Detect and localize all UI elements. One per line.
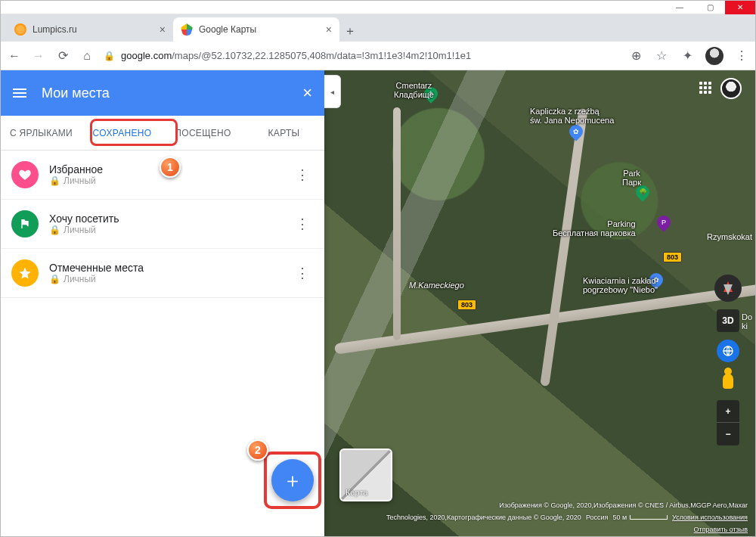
list-privacy: Личный [64,274,96,284]
lock-icon: 🔒 [49,274,60,284]
browser-window: — ▢ ✕ Lumpics.ru × Google Карты × ＋ ← → … [0,0,756,537]
nav-home-button[interactable]: ⌂ [79,48,94,64]
map-label-truncated: Do ki [742,312,752,331]
window-close-button[interactable]: ✕ [725,1,755,14]
favicon-icon [181,23,193,36]
panel-collapse-button[interactable]: ◂ [324,75,341,108]
pegman-button[interactable] [717,370,739,393]
map-road-label: M.Kameckiego [409,281,464,290]
flag-icon [11,210,39,237]
new-tab-button[interactable]: ＋ [339,20,361,42]
tilt-3d-button[interactable]: 3D [717,309,739,332]
list-privacy: Личный [64,225,96,235]
window-minimize-button[interactable]: — [665,1,695,14]
tab-saved[interactable]: СОХРАНЕНО [82,116,163,150]
panel-title: Мои места [42,85,110,101]
zoom-out-button[interactable]: − [717,423,739,445]
map-scale: 50 м [612,514,668,521]
nav-back-button[interactable]: ← [7,48,22,64]
list-more-button[interactable]: ⋮ [291,211,314,237]
toolbar-right: ⊕ ☆ ✦ ⋮ [628,47,749,65]
list-more-button[interactable]: ⋮ [291,260,314,286]
map-road-badge: 803 [457,300,476,310]
window-titlebar: — ▢ ✕ [1,1,755,14]
map-side-controls: 3D + − [714,275,742,445]
map-pin-parking[interactable]: P [654,213,673,231]
address-bar[interactable]: 🔒 google.com/maps/@52.10732,22.1285075,4… [104,50,619,61]
browser-toolbar: ← → ⟳ ⌂ 🔒 google.com/maps/@52.10732,22.1… [1,42,755,70]
google-apps-icon[interactable] [699,82,713,95]
map-road-badge: 803 [663,252,682,262]
install-app-icon[interactable]: ⊕ [628,48,643,64]
panel-tabs: С ЯРЛЫКАМИ СОХРАНЕНО ПОСЕЩЕНО КАРТЫ [1,116,324,151]
heart-icon [11,161,39,188]
star-icon [11,259,39,287]
app-content: ✝ Cmentarz Кладбище ✿ Kapliczka z rzeźbą… [1,70,755,536]
tab-visited[interactable]: ПОСЕЩЕНО [163,116,243,150]
annotation-step-marker: 1 [160,157,181,178]
terms-link[interactable]: Условия использования [672,514,748,521]
globe-view-button[interactable] [717,340,739,362]
panel-close-button[interactable]: × [302,83,312,103]
lock-icon: 🔒 [49,225,60,235]
zoom-in-button[interactable]: + [717,400,739,423]
new-list-fab[interactable]: ＋ [271,459,314,501]
map-label-cemetery: Cmentarz Кладбище [394,81,434,99]
map-label-truncated: Rzymskokat [707,232,752,241]
panel-header: Мои места × [1,70,324,116]
map-label-chapel: Kapliczka z rzeźbą św. Jana Nepomucena [530,107,614,125]
list-name: Хочу посетить [49,213,280,225]
tab-close-icon[interactable]: × [160,23,166,36]
map-attribution: Изображения © Google, 2020,Изображения ©… [324,498,755,536]
attribution-text: Изображения © Google, 2020,Изображения ©… [499,501,748,509]
zoom-control: + − [717,400,739,445]
map-top-right-controls [699,78,742,99]
list-privacy: Личный [64,175,96,186]
url-host: google.com [121,50,172,61]
menu-hamburger-icon[interactable] [13,88,26,98]
url-path: /maps/@52.10732,22.1285075,408m/data=!3m… [172,50,471,61]
tab-title: Lumpics.ru [33,24,77,35]
tab-title: Google Карты [199,24,256,35]
map-label-florist: Kwiaciarnia i zakład pogrzebowy "Niebo" [583,276,658,294]
favicon-icon [14,23,26,36]
list-more-button[interactable]: ⋮ [291,162,314,188]
scale-bar-icon [630,515,668,520]
map-type-label: Карта [345,488,367,497]
window-maximize-button[interactable]: ▢ [695,1,725,14]
google-account-avatar[interactable] [720,78,742,99]
list-item[interactable]: Отмеченные места 🔒Личный ⋮ [1,249,324,298]
feedback-link[interactable]: Отправить отзыв [694,526,748,533]
map-label-parking: Parking Бесплатная парковка [553,219,636,237]
browser-tab-lumpics[interactable]: Lumpics.ru × [7,17,173,42]
browser-tabstrip: Lumpics.ru × Google Карты × ＋ [1,14,755,42]
lock-icon: 🔒 [104,51,115,61]
scale-label: 50 м [612,514,627,521]
annotation-step-marker: 2 [247,439,268,461]
kebab-menu-icon[interactable]: ⋮ [734,48,749,64]
attribution-country: Россия [586,514,609,521]
list-item[interactable]: Хочу посетить 🔒Личный ⋮ [1,200,324,249]
lock-icon: 🔒 [49,175,60,186]
map-road [393,107,401,340]
nav-forward-button[interactable]: → [31,48,46,64]
tab-close-icon[interactable]: × [326,23,332,36]
map-label-park: Park Парк [622,169,641,187]
browser-tab-googlemaps[interactable]: Google Карты × [173,17,339,42]
extensions-icon[interactable]: ✦ [680,48,695,64]
compass-icon[interactable] [714,275,742,302]
tab-labeled[interactable]: С ЯРЛЫКАМИ [1,116,82,150]
map-road [540,108,587,386]
tab-maps[interactable]: КАРТЫ [243,116,324,150]
map-type-toggle[interactable]: Карта [339,449,392,501]
attribution-text: Technologies, 2020,Картографические данн… [386,514,581,521]
profile-avatar[interactable] [705,47,723,65]
nav-reload-button[interactable]: ⟳ [55,48,70,64]
bookmark-star-icon[interactable]: ☆ [654,48,669,64]
list-name: Отмеченные места [49,262,280,274]
